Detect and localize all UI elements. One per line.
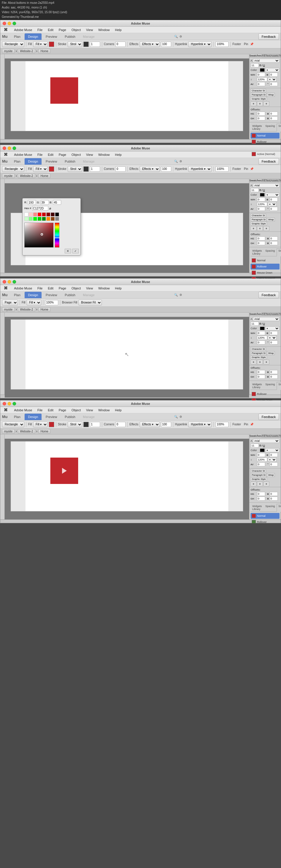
swatch-1[interactable] bbox=[29, 212, 33, 216]
stroke-width-2[interactable] bbox=[90, 166, 100, 172]
swatch-6[interactable] bbox=[50, 212, 55, 216]
state-normal-2[interactable]: Normal bbox=[251, 257, 280, 264]
menu-window-4[interactable]: Window bbox=[96, 408, 112, 412]
maximize-button-4[interactable] bbox=[12, 402, 16, 405]
breadcrumb-mysite-4[interactable]: mysite bbox=[2, 429, 14, 434]
underline-btn-2[interactable]: U bbox=[263, 189, 265, 192]
stroke-color-swatch-2[interactable] bbox=[83, 166, 89, 172]
gh-input-1[interactable] bbox=[257, 116, 265, 120]
feedback-button-3[interactable]: Feedback bbox=[258, 292, 279, 298]
spacing-tab-2[interactable]: Spacing bbox=[264, 248, 277, 256]
breadcrumb-website-1[interactable]: Website-2 bbox=[18, 49, 35, 53]
fontsize-input-3[interactable] bbox=[251, 322, 259, 326]
align-right-btn-1[interactable]: ≡ bbox=[264, 101, 269, 106]
state-rollover-3[interactable]: Rollover bbox=[251, 391, 280, 397]
menu-object-1[interactable]: Object bbox=[69, 28, 83, 32]
canvas-area-3[interactable]: ↖ bbox=[5, 313, 249, 398]
menu-page-2[interactable]: Page bbox=[56, 152, 69, 157]
align-center-btn-1[interactable]: ≡ bbox=[257, 101, 263, 106]
menu-apple-4[interactable]: ⌘ bbox=[1, 407, 10, 413]
feedback-button-1[interactable]: Feedback bbox=[258, 33, 279, 40]
tab-manage-4[interactable]: Manage bbox=[79, 414, 98, 420]
menu-object-3[interactable]: Object bbox=[69, 286, 83, 290]
color-select-1[interactable]: ▾ bbox=[265, 68, 280, 72]
fontsize-input-2[interactable] bbox=[251, 188, 259, 192]
minimize-button-2[interactable] bbox=[8, 147, 11, 150]
corners-input-2[interactable] bbox=[115, 166, 126, 172]
color-swatch-panel-1[interactable] bbox=[260, 68, 265, 72]
scale-h-2[interactable] bbox=[270, 197, 278, 202]
graphic-tab-1[interactable]: Graphic Style bbox=[251, 97, 267, 101]
tab-plan-4[interactable]: Plan bbox=[10, 414, 24, 420]
menu-page-1[interactable]: Page bbox=[56, 28, 69, 32]
picker-ok-btn[interactable]: ✓ bbox=[72, 249, 79, 253]
minimize-button-1[interactable] bbox=[8, 22, 11, 25]
color-swatch-panel-3[interactable] bbox=[260, 327, 265, 330]
color-picker-popup[interactable]: R: G: B: Hex # ⌀ bbox=[22, 198, 81, 255]
fill-select-3[interactable]: Fill ▾ bbox=[27, 300, 41, 306]
sat-light-picker[interactable] bbox=[24, 223, 54, 248]
tab-preview-1[interactable]: Preview bbox=[42, 33, 61, 40]
canvas-white-4[interactable] bbox=[26, 441, 228, 511]
tab-preview-3[interactable]: Preview bbox=[42, 292, 61, 298]
panel-tab-assets-1[interactable]: Assets bbox=[271, 54, 279, 57]
leading-input-1[interactable] bbox=[257, 78, 267, 82]
feedback-button-4[interactable]: Feedback bbox=[258, 414, 279, 420]
panel-tab-swatches-2[interactable]: Swatches bbox=[249, 179, 262, 182]
tab-design-3[interactable]: Design bbox=[25, 292, 42, 298]
menu-page-4[interactable]: Page bbox=[56, 408, 69, 412]
shape-select-4[interactable]: Rectangle bbox=[2, 422, 24, 427]
states-tab-1[interactable]: States bbox=[277, 124, 281, 131]
menu-window-2[interactable]: Window bbox=[96, 152, 112, 157]
scale-w-1[interactable] bbox=[257, 73, 265, 77]
fontsize-input-4[interactable] bbox=[251, 443, 259, 447]
tab-publish-1[interactable]: Publish bbox=[61, 33, 79, 40]
fill-color-swatch-1[interactable] bbox=[49, 41, 54, 47]
panel-tab-swatches-1[interactable]: Swatches bbox=[249, 54, 262, 57]
close-button-2[interactable] bbox=[3, 147, 6, 150]
state-rollover-2[interactable]: Rollover bbox=[251, 264, 280, 270]
tab-manage-3[interactable]: Manage bbox=[79, 292, 98, 298]
breadcrumb-home-1[interactable]: Home bbox=[38, 49, 50, 53]
fill-select-4[interactable]: Fill ▾ bbox=[33, 422, 48, 427]
menu-adobemuse-4[interactable]: Adobe Muse bbox=[12, 408, 35, 412]
r-input[interactable] bbox=[28, 200, 36, 205]
panel-tab-swatches-4[interactable]: Swatches bbox=[249, 434, 262, 437]
baseline-input-3[interactable] bbox=[270, 340, 278, 344]
canvas-area-1[interactable]: ↖ bbox=[5, 54, 249, 139]
font-select-2[interactable]: Arial bbox=[253, 183, 280, 187]
state-activenormal-1[interactable]: Active (Normal) bbox=[251, 151, 280, 157]
panel-tab-fill-4[interactable]: Fill bbox=[262, 434, 266, 437]
swatch-white[interactable] bbox=[24, 212, 28, 216]
scale-h-1[interactable] bbox=[270, 73, 278, 77]
maximize-button-2[interactable] bbox=[12, 147, 16, 150]
menu-view-1[interactable]: View bbox=[84, 28, 96, 32]
hg-input-2[interactable] bbox=[257, 237, 265, 241]
align-right-btn-2[interactable]: ≡ bbox=[264, 226, 269, 231]
bottom-scrollbar-1[interactable] bbox=[0, 139, 281, 143]
align-center-btn-2[interactable]: ≡ bbox=[257, 226, 263, 231]
panel-tab-text-2[interactable]: Text bbox=[266, 179, 271, 182]
close-button-3[interactable] bbox=[3, 280, 6, 284]
canvas-area-2[interactable]: R: G: B: Hex # ⌀ bbox=[5, 179, 249, 273]
hd-input-1[interactable] bbox=[270, 112, 278, 116]
close-button-1[interactable] bbox=[3, 22, 6, 25]
stroke-select-1[interactable]: Stroke ▾ bbox=[68, 41, 82, 47]
swatch-black[interactable] bbox=[55, 212, 59, 216]
gd-input-2[interactable] bbox=[270, 241, 278, 245]
char-tab-1[interactable]: Character St bbox=[251, 89, 266, 93]
align-left-btn-1[interactable]: ≡ bbox=[251, 101, 256, 106]
char-tab-2[interactable]: Character St bbox=[251, 214, 266, 217]
hyperlink-select-1[interactable]: Hyperlink ▾ bbox=[188, 41, 212, 47]
panel-tab-text-1[interactable]: Text bbox=[266, 54, 271, 57]
effects-select-1[interactable]: Effects ▾ bbox=[140, 41, 160, 47]
menu-view-3[interactable]: View bbox=[84, 286, 96, 290]
breadcrumb-website-2[interactable]: Website-2 bbox=[18, 174, 35, 178]
zoom-input-2[interactable] bbox=[215, 166, 229, 172]
widgets-lib-tab-2[interactable]: Widgets Library bbox=[251, 248, 264, 256]
breadcrumb-website-3[interactable]: Website-2 bbox=[18, 307, 35, 312]
underline-btn-1[interactable]: U bbox=[263, 64, 265, 67]
states-tab-2[interactable]: States bbox=[277, 248, 281, 256]
color-select-2[interactable]: ▾ bbox=[265, 193, 280, 197]
italic-btn-1[interactable]: I bbox=[262, 64, 262, 67]
